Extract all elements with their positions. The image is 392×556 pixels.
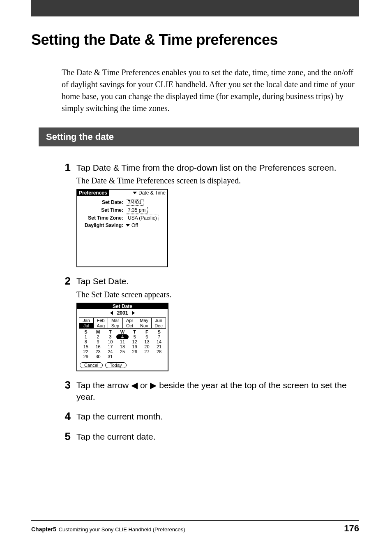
calendar-day[interactable]: 16 bbox=[92, 344, 104, 349]
daylight-saving-row: Daylight Saving: Off bbox=[80, 222, 165, 228]
day-of-week-header: S bbox=[153, 329, 165, 334]
calendar-day[interactable]: 28 bbox=[153, 349, 165, 354]
chevron-down-icon bbox=[133, 192, 137, 194]
calendar-day[interactable]: 7 bbox=[153, 334, 165, 339]
step-subtext: The Date & Time Preferences screen is di… bbox=[76, 176, 359, 185]
calendar-day[interactable]: 30 bbox=[92, 354, 104, 359]
month-cell[interactable]: Jan bbox=[79, 318, 94, 323]
calendar-day[interactable]: 26 bbox=[129, 349, 141, 354]
calendar-day[interactable]: 22 bbox=[80, 349, 92, 354]
footer-subtitle: Customizing your Sony CLIE Handheld (Pre… bbox=[59, 526, 185, 533]
day-of-week-header: F bbox=[141, 329, 153, 334]
calendar-day[interactable]: 23 bbox=[92, 349, 104, 354]
calendar-day[interactable]: 31 bbox=[104, 354, 116, 359]
set-date-row: Set Date: 7/4/01 bbox=[80, 199, 165, 206]
calendar-day[interactable]: 6 bbox=[141, 334, 153, 339]
day-of-week-header: S bbox=[80, 329, 92, 334]
month-cell[interactable]: Mar bbox=[108, 318, 122, 323]
calendar-day[interactable]: 24 bbox=[104, 349, 116, 354]
calendar-day[interactable]: 13 bbox=[141, 339, 153, 344]
right-arrow-icon: ▶ bbox=[150, 380, 157, 390]
step-heading: Tap Set Date. bbox=[76, 276, 359, 287]
calendar-day[interactable]: 14 bbox=[153, 339, 165, 344]
page-title: Setting the Date & Time preferences bbox=[31, 31, 392, 49]
month-cell[interactable]: Apr bbox=[123, 318, 137, 323]
month-cell[interactable]: Jun bbox=[152, 318, 166, 323]
chevron-down-icon bbox=[126, 224, 130, 227]
preferences-screenshot: Preferences Date & Time Set Date: 7/4/01… bbox=[76, 189, 168, 267]
step-1: 1 Tap Date & Time from the drop-down lis… bbox=[62, 162, 359, 267]
steps-container: 1 Tap Date & Time from the drop-down lis… bbox=[62, 162, 359, 442]
prefs-category-label: Date & Time bbox=[138, 190, 166, 196]
year-prev-arrow-icon[interactable] bbox=[110, 311, 113, 315]
daylight-saving-dropdown[interactable]: Off bbox=[126, 222, 138, 228]
month-cell[interactable]: May bbox=[137, 318, 152, 323]
calendar-day[interactable]: 20 bbox=[141, 344, 153, 349]
month-grid: JanFebMarAprMayJunJulAugSepOctNovDec bbox=[79, 317, 166, 329]
month-cell[interactable]: Aug bbox=[94, 323, 108, 329]
calendar-day[interactable]: 11 bbox=[116, 339, 129, 344]
calendar-day[interactable]: 5 bbox=[129, 334, 141, 339]
calendar-day[interactable]: 2 bbox=[92, 334, 104, 339]
calendar-day[interactable]: 12 bbox=[129, 339, 141, 344]
footer-page-number: 176 bbox=[344, 523, 359, 534]
step-2: 2 Tap Set Date. The Set Date screen appe… bbox=[62, 276, 359, 371]
prefs-title: Preferences bbox=[77, 190, 109, 196]
set-date-label: Set Date: bbox=[80, 199, 123, 205]
day-of-week-header: M bbox=[92, 329, 104, 334]
today-button[interactable]: Today bbox=[105, 362, 126, 368]
calendar-day[interactable]: 15 bbox=[80, 344, 92, 349]
step-5: 5 Tap the current date. bbox=[62, 431, 359, 442]
page-footer: Chapter5 Customizing your Sony CLIE Hand… bbox=[31, 520, 359, 534]
step-number: 3 bbox=[62, 380, 71, 390]
step-subtext: The Set Date screen appears. bbox=[76, 290, 359, 299]
left-arrow-icon: ◀ bbox=[131, 380, 138, 390]
month-cell[interactable]: Feb bbox=[94, 318, 108, 323]
set-timezone-selector[interactable]: USA (Pacific) bbox=[126, 215, 159, 221]
step-heading: Tap Date & Time from the drop-down list … bbox=[76, 162, 359, 174]
calendar-day[interactable]: 29 bbox=[80, 354, 92, 359]
set-timezone-row: Set Time Zone: USA (Pacific) bbox=[80, 215, 165, 221]
calendar-day[interactable]: 25 bbox=[116, 349, 129, 354]
month-cell[interactable]: Oct bbox=[123, 323, 137, 329]
set-date-screenshot: Set Date 2001 JanFebMarAprMayJunJulAugSe… bbox=[76, 303, 168, 371]
month-cell[interactable]: Dec bbox=[152, 323, 166, 329]
step-heading: Tap the arrow ◀ or ▶ beside the year at … bbox=[76, 380, 359, 403]
step-number: 2 bbox=[62, 276, 71, 286]
calendar-day[interactable]: 3 bbox=[104, 334, 116, 339]
calendar-grid: SMTWTFS123456789101112131415161718192021… bbox=[80, 329, 165, 359]
daylight-saving-value: Off bbox=[131, 222, 138, 228]
year-label: 2001 bbox=[117, 310, 128, 316]
month-cell[interactable]: Nov bbox=[137, 323, 152, 329]
calendar-day[interactable]: 4 bbox=[116, 334, 129, 339]
calendar-day[interactable]: 21 bbox=[153, 344, 165, 349]
step-number: 5 bbox=[62, 431, 71, 442]
month-cell[interactable]: Sep bbox=[108, 323, 122, 329]
set-time-selector[interactable]: 7:35 pm bbox=[126, 207, 148, 213]
calendar-day[interactable]: 8 bbox=[80, 339, 92, 344]
step-number: 1 bbox=[62, 162, 71, 173]
calendar-day[interactable]: 1 bbox=[80, 334, 92, 339]
step-number: 4 bbox=[62, 411, 71, 422]
step-3: 3 Tap the arrow ◀ or ▶ beside the year a… bbox=[62, 380, 359, 403]
step-heading: Tap the current date. bbox=[76, 431, 359, 442]
year-next-arrow-icon[interactable] bbox=[132, 311, 135, 315]
header-band bbox=[31, 0, 359, 16]
calendar-day[interactable]: 27 bbox=[141, 349, 153, 354]
calendar-day[interactable]: 10 bbox=[104, 339, 116, 344]
set-timezone-label: Set Time Zone: bbox=[80, 215, 123, 221]
calendar-day[interactable]: 18 bbox=[116, 344, 129, 349]
step-4: 4 Tap the current month. bbox=[62, 411, 359, 422]
calendar-day[interactable]: 17 bbox=[104, 344, 116, 349]
cancel-button[interactable]: Cancel bbox=[80, 362, 103, 368]
calendar-day[interactable]: 19 bbox=[129, 344, 141, 349]
set-date-title: Set Date bbox=[77, 303, 168, 309]
prefs-category-dropdown[interactable]: Date & Time bbox=[133, 190, 166, 196]
set-date-selector[interactable]: 7/4/01 bbox=[126, 199, 143, 206]
month-cell[interactable]: Jul bbox=[79, 323, 94, 329]
set-time-label: Set Time: bbox=[80, 207, 123, 213]
day-of-week-header: W bbox=[116, 329, 129, 334]
section-heading: Setting the date bbox=[39, 127, 359, 146]
calendar-day[interactable]: 9 bbox=[92, 339, 104, 344]
footer-chapter: Chapter5 bbox=[31, 526, 56, 533]
